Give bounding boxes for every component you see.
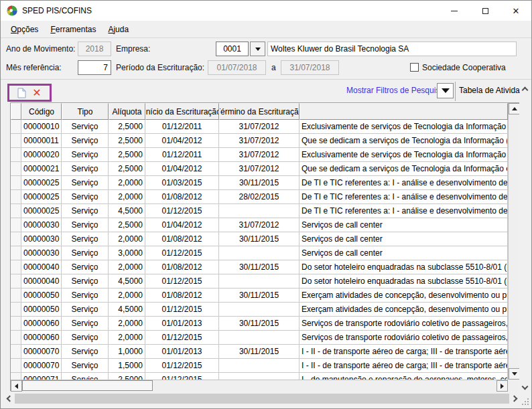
grid-cell[interactable]: 00000070	[21, 345, 62, 359]
row-indicator-cell[interactable]	[11, 246, 21, 260]
scroll-left-button[interactable]	[11, 380, 22, 392]
grid-cell[interactable]: 01/12/2015	[145, 303, 219, 317]
grid-cell[interactable]: 01/04/2012	[145, 162, 219, 176]
grid-cell[interactable]: 00000050	[21, 303, 62, 317]
grid-vertical-scrollbar[interactable]	[508, 103, 519, 380]
grid-cell[interactable]: Serviço	[62, 303, 109, 317]
row-indicator-cell[interactable]	[11, 120, 21, 134]
window-horizontal-scroll-thumb[interactable]	[15, 394, 509, 404]
grid-cell[interactable]: 00000040	[21, 260, 62, 274]
grid-cell[interactable]: 2,5000	[109, 218, 145, 232]
grid-cell[interactable]: 2,5000	[109, 373, 145, 380]
grid-cell[interactable]: Exerçam atividades de concepção, desenvo…	[300, 289, 508, 303]
grid-cell[interactable]	[219, 274, 300, 289]
grid-cell[interactable]: Serviço	[62, 274, 109, 289]
grid-cell[interactable]: Serviços de call center	[300, 218, 508, 232]
resize-grip[interactable]	[521, 398, 529, 406]
table-row[interactable]: 00000010Serviço2,500001/12/201131/07/201…	[11, 120, 508, 134]
table-row[interactable]: 00000060Serviço2,000001/01/201330/11/201…	[11, 317, 508, 331]
chevron-left-icon[interactable]	[7, 396, 13, 402]
grid-cell[interactable]: Serviço	[62, 246, 109, 260]
sociedade-cooperativa-checkbox[interactable]	[410, 63, 419, 72]
grid-cell[interactable]: Serviço	[62, 134, 109, 148]
row-indicator-cell[interactable]	[11, 274, 21, 289]
grid-cell[interactable]: 01/12/2011	[145, 148, 219, 162]
filters-dropdown-button[interactable]	[437, 83, 454, 98]
grid-cell[interactable]: 00000025	[21, 176, 62, 190]
empresa-code-value[interactable]: 0001	[216, 42, 249, 56]
grid-cell[interactable]: Serviço	[62, 359, 109, 373]
grid-cell[interactable]: 00000011	[21, 134, 62, 148]
row-indicator-cell[interactable]	[11, 218, 21, 232]
table-row[interactable]: 00000021Serviço2,500001/04/201231/07/201…	[11, 162, 508, 176]
table-row[interactable]: 00000020Serviço2,500001/12/201131/07/201…	[11, 148, 508, 162]
grid-cell[interactable]: 31/07/2012	[219, 148, 300, 162]
grid-cell[interactable]: Exerçam atividades de concepção, desenvo…	[300, 303, 508, 317]
grid-cell[interactable]: Serviço	[62, 373, 109, 380]
grid-cell[interactable]: 31/07/2012	[219, 162, 300, 176]
grid-cell[interactable]: 31/07/2012	[219, 120, 300, 134]
grid-cell[interactable]: 00000021	[21, 162, 62, 176]
grid-cell[interactable]: 01/04/2012	[145, 218, 219, 232]
row-indicator-cell[interactable]	[11, 134, 21, 148]
grid-cell[interactable]: Que se dedicam a serviços de Tecnologia …	[300, 162, 508, 176]
grid-cell[interactable]: Que se dedicam a serviços de Tecnologia …	[300, 134, 508, 148]
grid-cell[interactable]: 00000020	[21, 148, 62, 162]
row-indicator-cell[interactable]	[11, 176, 21, 190]
grid-cell[interactable]	[219, 373, 300, 380]
table-row[interactable]: 00000060Serviço2,000001/12/2015Serviços …	[11, 331, 508, 345]
grid-header-tipo[interactable]: Tipo	[62, 103, 109, 120]
grid-cell[interactable]: Serviço	[62, 120, 109, 134]
grid-cell[interactable]: 00000025	[21, 204, 62, 218]
grid-cell[interactable]: 30/11/2015	[219, 260, 300, 274]
row-indicator-cell[interactable]	[11, 260, 21, 274]
table-row[interactable]: 00000040Serviço2,000001/08/201230/11/201…	[11, 260, 508, 274]
grid-cell[interactable]: 4,5000	[109, 204, 145, 218]
row-indicator-cell[interactable]	[11, 289, 21, 303]
grid-cell[interactable]: De TI e TIC referentes a: I - análise e …	[300, 176, 508, 190]
grid-cell[interactable]: 01/08/2012	[145, 260, 219, 274]
grid-cell[interactable]: I - II - de transporte aéreo de carga; I…	[300, 359, 508, 373]
grid-cell[interactable]: 00000050	[21, 289, 62, 303]
table-row[interactable]: 00000030Serviço2,500001/04/201231/07/201…	[11, 218, 508, 232]
grid-cell[interactable]: 01/12/2015	[145, 246, 219, 260]
grid-cell[interactable]: 2,0000	[109, 289, 145, 303]
grid-cell[interactable]: 00000070	[21, 359, 62, 373]
grid-cell[interactable]: Serviço	[62, 345, 109, 359]
scroll-right-button[interactable]	[496, 380, 508, 392]
table-row[interactable]: 00000071Serviço2,500001/12/2015I - de ma…	[11, 373, 508, 380]
grid-cell[interactable]: 2,0000	[109, 260, 145, 274]
grid-cell[interactable]: 00000025	[21, 190, 62, 204]
grid-cell[interactable]	[219, 303, 300, 317]
grid-cell[interactable]: 2,0000	[109, 232, 145, 246]
grid-cell[interactable]	[219, 331, 300, 345]
table-row[interactable]: 00000050Serviço2,000001/08/201230/11/201…	[11, 289, 508, 303]
grid-cell[interactable]: 01/03/2015	[145, 176, 219, 190]
grid-cell[interactable]: Exclusivamente de serviços de Tecnologia…	[300, 148, 508, 162]
menu-ajuda[interactable]: Ajuda	[102, 22, 135, 37]
chevron-up-icon[interactable]	[522, 87, 529, 94]
grid-cell[interactable]: I - de manutenção e reparação de aeronav…	[300, 373, 508, 380]
row-indicator-cell[interactable]	[11, 359, 21, 373]
minimize-button[interactable]	[439, 1, 470, 21]
grid-cell[interactable]: 01/12/2015	[145, 359, 219, 373]
grid-cell[interactable]	[219, 359, 300, 373]
row-indicator-cell[interactable]	[11, 331, 21, 345]
grid-cell[interactable]: Serviço	[62, 232, 109, 246]
scroll-down-button[interactable]	[509, 368, 519, 380]
row-indicator-cell[interactable]	[11, 373, 21, 380]
grid-cell[interactable]: 00000040	[21, 274, 62, 289]
grid-cell[interactable]: 4,5000	[109, 274, 145, 289]
grid-cell[interactable]: 2,5000	[109, 162, 145, 176]
row-indicator-cell[interactable]	[11, 148, 21, 162]
grid-cell[interactable]: Serviço	[62, 190, 109, 204]
table-row[interactable]: 00000011Serviço2,500001/04/201231/07/201…	[11, 134, 508, 148]
row-indicator-cell[interactable]	[11, 345, 21, 359]
scroll-up-button[interactable]	[509, 103, 519, 114]
grid-cell[interactable]: 01/08/2012	[145, 289, 219, 303]
table-row[interactable]: 00000030Serviço3,000001/12/2015Serviços …	[11, 246, 508, 260]
menu-ferramentas[interactable]: Ferramentas	[44, 22, 102, 37]
new-document-icon[interactable]	[17, 88, 26, 98]
grid-cell[interactable]: 00000030	[21, 232, 62, 246]
grid-cell[interactable]: 00000010	[21, 120, 62, 134]
